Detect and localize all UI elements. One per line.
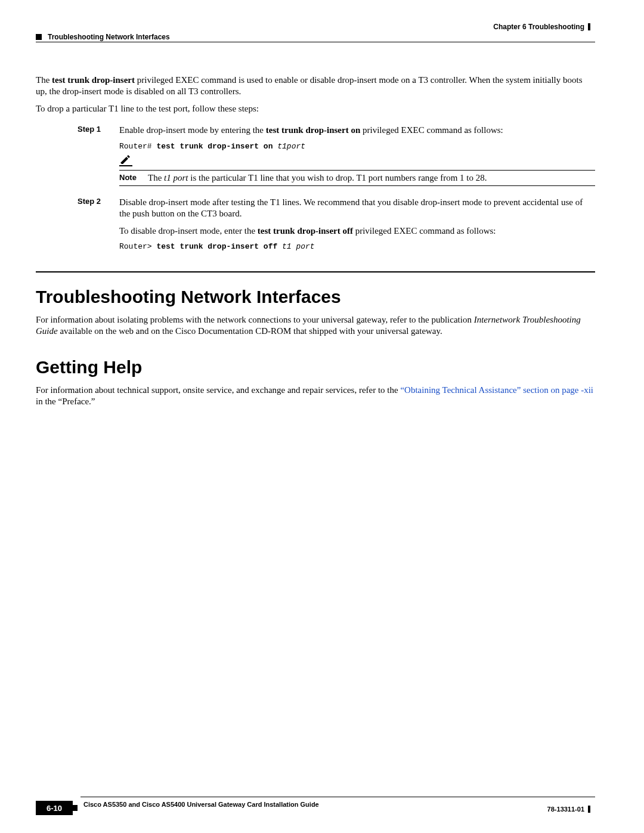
sec2-para: For information about technical support,…: [36, 385, 595, 407]
step-2-cli: Router> test trunk drop-insert off t1 po…: [119, 242, 595, 251]
heading-getting-help: Getting Help: [36, 357, 595, 377]
step-2-p2: To disable drop-insert mode, enter the t…: [119, 225, 595, 237]
step-1-text: Enable drop-insert mode by entering the …: [119, 125, 595, 136]
step-2-p1: Disable drop-insert mode after testing t…: [119, 197, 595, 219]
header-bar-icon: [588, 23, 590, 30]
footer-bar-icon: [588, 806, 590, 813]
footer-page-number: 6-10: [36, 801, 73, 815]
intro-para-1: The test trunk drop-insert privileged EX…: [36, 75, 595, 97]
header-square-icon: [36, 34, 42, 40]
header-rule: [36, 42, 595, 42]
sec1-para: For information about isolating problems…: [36, 314, 595, 337]
footer-book-title: Cisco AS5350 and Cisco AS5400 Universal …: [83, 801, 319, 808]
step-2-label: Step 2: [36, 197, 119, 255]
content: The test trunk drop-insert privileged EX…: [36, 75, 595, 413]
step-1-label: Step 1: [36, 125, 119, 186]
chapter-label: Chapter 6 Troubleshooting: [493, 23, 584, 31]
section-label: Troubleshooting Network Interfaces: [48, 33, 170, 41]
note-row: Note The t1 port is the particular T1 li…: [119, 170, 595, 186]
note-block: Note The t1 port is the particular T1 li…: [119, 154, 595, 186]
step-2: Step 2 Disable drop-insert mode after te…: [36, 197, 595, 255]
step-2-body: Disable drop-insert mode after testing t…: [119, 197, 595, 255]
step-1: Step 1 Enable drop-insert mode by enteri…: [36, 125, 595, 186]
intro-para-2: To drop a particular T1 line to the test…: [36, 103, 595, 114]
xref-link[interactable]: “Obtaining Technical Assistance” section…: [400, 385, 593, 395]
header-left: Troubleshooting Network Interfaces: [36, 33, 170, 41]
section-rule: [36, 271, 595, 272]
header-right: Chapter 6 Troubleshooting: [493, 23, 590, 31]
heading-troubleshooting: Troubleshooting Network Interfaces: [36, 287, 595, 307]
note-text: The t1 port is the particular T1 line th…: [148, 173, 595, 183]
pencil-icon: [119, 154, 132, 166]
footer-rule: [80, 797, 595, 797]
footer-doc-number: 78-13311-01: [547, 806, 590, 813]
note-label: Note: [119, 173, 148, 183]
page: Chapter 6 Troubleshooting Troubleshootin…: [0, 0, 644, 833]
step-1-cli: Router# test trunk drop-insert on t1port: [119, 142, 595, 151]
step-1-body: Enable drop-insert mode by entering the …: [119, 125, 595, 186]
